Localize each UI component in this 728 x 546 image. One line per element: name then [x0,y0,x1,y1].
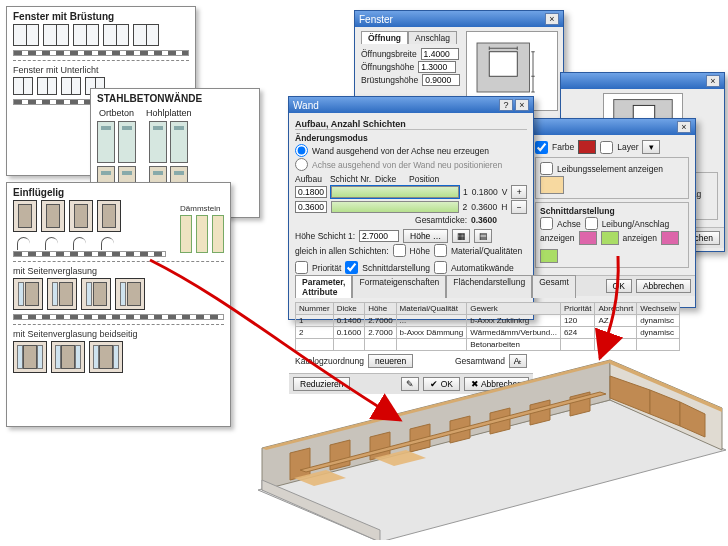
pick-hatch-button[interactable]: ▤ [474,229,492,243]
dialog-display-1-titlebar[interactable]: × [529,119,695,135]
window-icon[interactable] [13,24,39,46]
wall-type-icon[interactable] [149,121,167,163]
btn-abbrechen[interactable]: Abbrechen [636,279,691,293]
wall-type-icon[interactable] [97,121,115,163]
door-swing-icon [41,235,63,247]
damm-icon[interactable] [212,215,224,253]
help-icon[interactable]: ? [499,99,513,111]
dialog-wall-title: Wand [293,100,319,111]
th-gewerk[interactable]: Gewerk [467,303,561,315]
door-row [13,278,224,310]
chk-leibung[interactable] [585,217,598,230]
th-wechsel[interactable]: Wechselw [637,303,680,315]
chk-leibung-anzeigen[interactable] [540,162,553,175]
lbl-layer: Layer [617,142,638,152]
door-swing-icon [69,235,91,247]
door-2sidelite-icon[interactable] [89,341,123,373]
walls-col-head: Hohlplatten [146,108,192,118]
building-3d-svg [250,320,728,540]
subtab-format[interactable]: Formateigenschaften [352,275,446,298]
btn-ok[interactable]: OK [606,279,632,293]
door-icon[interactable] [69,200,93,232]
window-icon[interactable] [13,77,33,95]
layer-remove-button[interactable]: − [511,200,527,214]
chk-material[interactable] [434,244,447,257]
damm-icon[interactable] [180,215,192,253]
inp-hoehe[interactable] [418,61,456,73]
chk-farbe[interactable] [535,141,548,154]
dialog-display-2-titlebar[interactable]: × [561,73,724,89]
layer-button[interactable]: ▾ [642,140,660,154]
th-dicke[interactable]: Dicke [333,303,364,315]
close-icon[interactable]: × [677,121,691,133]
window-icon[interactable] [37,77,57,95]
th-abr[interactable]: Abrechnrt [595,303,637,315]
radio-mode-2[interactable] [295,158,308,171]
chk-achse[interactable] [540,217,553,230]
wall-type-icon[interactable] [118,121,136,163]
window-icon[interactable] [73,24,99,46]
subtab-gesamt[interactable]: Gesamt [532,275,576,298]
window-icon[interactable] [103,24,129,46]
door-sidelite-icon[interactable] [13,278,43,310]
btn-height[interactable]: Höhe … [403,229,448,243]
tab-oeffnung[interactable]: Öffnung [361,31,408,44]
th-nummer[interactable]: Nummer [296,303,334,315]
chk-priority[interactable] [295,261,308,274]
th-material[interactable]: Material/Qualität [396,303,467,315]
chk-auto[interactable] [434,261,447,274]
catalog-doors-panel[interactable]: Einflügelig Dämmstein [6,182,231,427]
inp-layer-a[interactable] [295,186,327,198]
door-icon[interactable] [97,200,121,232]
door-sidelite-icon[interactable] [47,278,77,310]
wall-type-icon[interactable] [170,121,188,163]
layer-bar[interactable] [331,201,459,213]
window-frames-row [13,50,189,56]
close-icon[interactable]: × [706,75,720,87]
subtab-flaeche[interactable]: Flächendarstellung [446,275,532,298]
inp-layer-b[interactable] [295,201,327,213]
pick-surface-button[interactable]: ▦ [452,229,470,243]
chk-schnitt[interactable] [345,261,358,274]
window-icon[interactable] [133,24,159,46]
chk-hoehe[interactable] [393,244,406,257]
catalog-windows-subtitle: Fenster mit Unterlicht [13,65,189,75]
catalog-doors-sub2: mit Seitenverglasung beidseitig [13,329,224,339]
th-prio[interactable]: Priorität [560,303,595,315]
close-icon[interactable]: × [545,13,559,25]
lbl-bruest: Brüstungshöhe [361,75,418,85]
damm-icon[interactable] [196,215,208,253]
window-icon[interactable] [43,24,69,46]
door-2sidelite-icon[interactable] [13,341,47,373]
window-row [13,24,189,46]
dialog-opening-titlebar[interactable]: Fenster × [355,11,563,27]
door-icon[interactable] [13,200,37,232]
texture-button[interactable] [540,176,564,194]
door-2sidelite-icon[interactable] [51,341,85,373]
inp-height[interactable] [359,230,399,242]
swatch-button[interactable] [540,249,558,263]
inp-breite[interactable] [421,48,459,60]
layer-bar[interactable] [331,186,459,198]
swatch-button[interactable] [661,231,679,245]
layer-row2-tag: H [501,202,507,212]
lbl-mode-2: Achse ausgehend von der Wand neu positio… [312,160,502,170]
swatch-button[interactable] [579,231,597,245]
chk-layer[interactable] [600,141,613,154]
swatch-button[interactable] [601,231,619,245]
dialog-wall-titlebar[interactable]: Wand ? × [289,97,533,113]
close-icon[interactable]: × [515,99,529,111]
door-sidelite-icon[interactable] [81,278,111,310]
inp-bruest[interactable] [422,74,460,86]
color-swatch-button[interactable] [578,140,596,154]
door-sidelite-icon[interactable] [115,278,145,310]
layer-add-button[interactable]: + [511,185,527,199]
subtab-parameter[interactable]: Parameter, Attribute [295,275,352,298]
door-icon[interactable] [41,200,65,232]
tab-anschlag[interactable]: Anschlag [408,31,457,44]
lbl-schichthdr: Schicht Nr. [329,174,371,184]
th-hoehe[interactable]: Höhe [365,303,396,315]
dialog-wall[interactable]: Wand ? × Aufbau, Anzahl Schichten Änderu… [288,96,534,320]
window-icon[interactable] [61,77,81,95]
radio-mode-1[interactable] [295,144,308,157]
